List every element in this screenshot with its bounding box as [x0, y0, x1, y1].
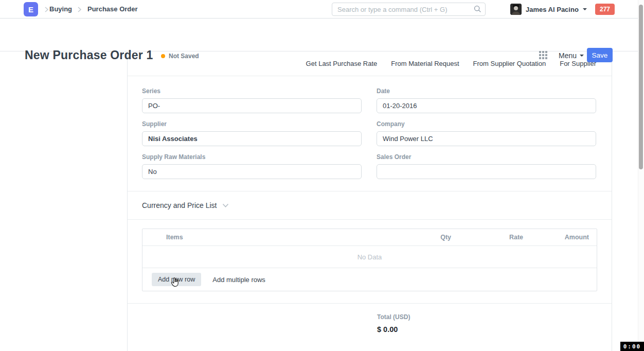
page-title: New Purchase Order 1	[25, 48, 153, 62]
date-input[interactable]	[377, 98, 596, 113]
company-label: Company	[377, 120, 596, 128]
search-input[interactable]	[332, 3, 486, 16]
supply-raw-materials-input[interactable]	[142, 164, 362, 179]
action-from-supplier-quotation[interactable]: From Supplier Quotation	[473, 60, 546, 67]
save-status-indicator: Not Saved	[161, 52, 199, 60]
navbar: E Buying Purchase Order James Al Pacino …	[0, 0, 644, 19]
supplier-label: Supplier	[142, 120, 362, 128]
currency-section-label: Currency and Price List	[142, 201, 217, 209]
sales-order-input[interactable]	[377, 164, 596, 179]
column-amount: Amount	[523, 234, 597, 241]
notifications-badge[interactable]: 277	[595, 4, 615, 15]
chevron-right-icon	[77, 6, 82, 15]
sales-order-label: Sales Order	[377, 153, 596, 161]
supplier-input[interactable]	[142, 131, 362, 146]
search-icon	[474, 5, 481, 15]
add-multiple-rows-button[interactable]: Add multiple rows	[212, 276, 265, 284]
hand-cursor-icon	[170, 277, 180, 288]
user-name: James Al Pacino	[526, 6, 579, 13]
chevron-down-icon	[222, 201, 229, 209]
workspace-grid-icon[interactable]	[539, 51, 547, 59]
save-status-label: Not Saved	[169, 52, 199, 60]
app-screen: E Buying Purchase Order James Al Pacino …	[0, 0, 644, 351]
items-grid-header: Items Qty Rate Amount	[142, 229, 597, 246]
app-logo-letter: E	[28, 5, 33, 14]
breadcrumb-buying[interactable]: Buying	[49, 5, 72, 13]
field-supplier: Supplier	[142, 120, 362, 146]
field-series: Series	[142, 87, 362, 113]
items-grid-footer: Add new row Add multiple rows	[142, 268, 597, 291]
field-date: Date	[377, 87, 596, 113]
items-grid: Items Qty Rate Amount No Data Add new ro…	[142, 229, 597, 291]
items-grid-empty-state: No Data	[142, 246, 597, 268]
global-search	[332, 3, 486, 16]
left-sidebar-area	[0, 51, 128, 351]
field-supply-raw-materials: Supply Raw Materials	[142, 153, 362, 179]
column-items: Items	[142, 234, 385, 241]
field-sales-order: Sales Order	[377, 153, 596, 179]
column-rate: Rate	[451, 234, 523, 241]
totals-section: Total (USD) $ 0.00	[377, 313, 612, 334]
scrollbar-track	[638, 0, 644, 351]
totals-divider	[128, 303, 612, 304]
total-usd-label: Total (USD)	[377, 313, 612, 321]
recording-timer: 0:00	[620, 342, 644, 351]
action-get-last-purchase-rate[interactable]: Get Last Purchase Rate	[306, 60, 378, 67]
unsaved-dot-icon	[161, 54, 165, 58]
caret-down-icon	[583, 8, 587, 10]
total-usd-value: $ 0.00	[377, 325, 612, 334]
scrollbar-thumb[interactable]	[639, 5, 643, 169]
save-button[interactable]: Save	[587, 48, 613, 62]
form-fields-section: Series Date Supplier Company Supply Raw …	[128, 76, 612, 191]
caret-down-icon	[580, 55, 584, 57]
menu-label: Menu	[559, 51, 577, 60]
page-head: New Purchase Order 1 Not Saved Menu Save	[0, 19, 644, 51]
chevron-right-icon	[44, 6, 49, 15]
menu-dropdown-button[interactable]: Menu	[559, 50, 584, 61]
avatar	[510, 4, 522, 15]
action-from-material-request[interactable]: From Material Request	[391, 60, 459, 67]
series-label: Series	[142, 87, 362, 95]
company-input[interactable]	[377, 131, 596, 146]
breadcrumb-purchase-order[interactable]: Purchase Order	[87, 5, 138, 13]
app-logo[interactable]: E	[24, 2, 38, 16]
section-currency-and-price-list[interactable]: Currency and Price List	[128, 191, 612, 220]
series-input[interactable]	[142, 98, 362, 113]
supply-raw-materials-label: Supply Raw Materials	[142, 153, 362, 161]
date-label: Date	[377, 87, 596, 95]
field-company: Company	[377, 120, 596, 146]
column-qty: Qty	[385, 234, 451, 241]
form-main-area: Get Last Purchase Rate From Material Req…	[128, 51, 612, 351]
user-menu[interactable]: James Al Pacino	[510, 4, 587, 15]
